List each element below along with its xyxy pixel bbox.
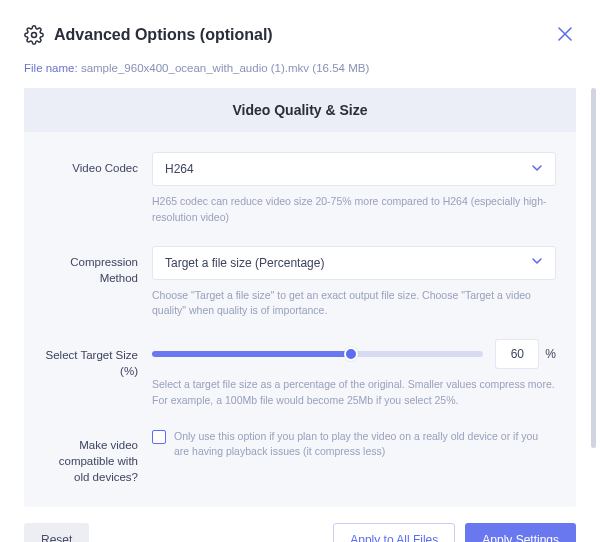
reset-button[interactable]: Reset [24, 523, 89, 542]
row-old-devices: Make video compatible with old devices? … [24, 429, 576, 485]
apply-all-button[interactable]: Apply to All Files [333, 523, 455, 542]
gear-icon [24, 25, 44, 45]
slider-row: % [152, 339, 556, 369]
apply-settings-button[interactable]: Apply Settings [465, 523, 576, 542]
advanced-options-modal: Advanced Options (optional) File name: s… [0, 0, 600, 542]
hint-old-devices: Only use this option if you plan to play… [174, 429, 556, 461]
label-video-codec: Video Codec [44, 152, 152, 226]
scrollbar[interactable] [591, 88, 596, 448]
row-video-codec: Video Codec H264 H265 codec can reduce v… [24, 152, 576, 226]
percent-sign: % [545, 347, 556, 361]
label-target-size: Select Target Size (%) [44, 339, 152, 409]
select-compression-method-value: Target a file size (Percentage) [165, 256, 324, 270]
chevron-down-icon [531, 162, 543, 177]
modal-footer: Reset Apply to All Files Apply Settings [24, 507, 576, 542]
slider-thumb[interactable] [344, 347, 358, 361]
target-size-input[interactable] [495, 339, 539, 369]
target-size-slider[interactable] [152, 351, 483, 357]
modal-header: Advanced Options (optional) [24, 22, 576, 48]
row-target-size: Select Target Size (%) % Select a target… [24, 339, 576, 409]
label-compression-method: Compression Method [44, 246, 152, 320]
chevron-down-icon [531, 255, 543, 270]
file-name-line: File name: sample_960x400_ocean_with_aud… [24, 62, 576, 74]
select-compression-method[interactable]: Target a file size (Percentage) [152, 246, 556, 280]
close-button[interactable] [554, 22, 576, 48]
file-name-label: File name: [24, 62, 78, 74]
percent-box: % [495, 339, 556, 369]
hint-video-codec: H265 codec can reduce video size 20-75% … [152, 194, 556, 226]
body-video-codec: H264 H265 codec can reduce video size 20… [152, 152, 556, 226]
hint-compression-method: Choose "Target a file size" to get an ex… [152, 288, 556, 320]
close-icon [558, 27, 572, 41]
panel-title: Video Quality & Size [24, 88, 576, 132]
modal-title: Advanced Options (optional) [54, 26, 273, 44]
footer-right: Apply to All Files Apply Settings [333, 523, 576, 542]
select-video-codec[interactable]: H264 [152, 152, 556, 186]
file-size-value: (16.54 MB) [312, 62, 369, 74]
row-compression-method: Compression Method Target a file size (P… [24, 246, 576, 320]
body-compression-method: Target a file size (Percentage) Choose "… [152, 246, 556, 320]
old-devices-checkbox[interactable] [152, 430, 166, 444]
video-quality-panel: Video Quality & Size Video Codec H264 H2… [24, 88, 576, 507]
body-target-size: % Select a target file size as a percent… [152, 339, 556, 409]
check-row: Only use this option if you plan to play… [152, 429, 556, 461]
header-left: Advanced Options (optional) [24, 25, 273, 45]
hint-target-size: Select a target file size as a percentag… [152, 377, 556, 409]
body-old-devices: Only use this option if you plan to play… [152, 429, 556, 485]
label-old-devices: Make video compatible with old devices? [44, 429, 152, 485]
svg-point-0 [32, 33, 37, 38]
file-name-value: sample_960x400_ocean_with_audio (1).mkv [81, 62, 309, 74]
select-video-codec-value: H264 [165, 162, 194, 176]
